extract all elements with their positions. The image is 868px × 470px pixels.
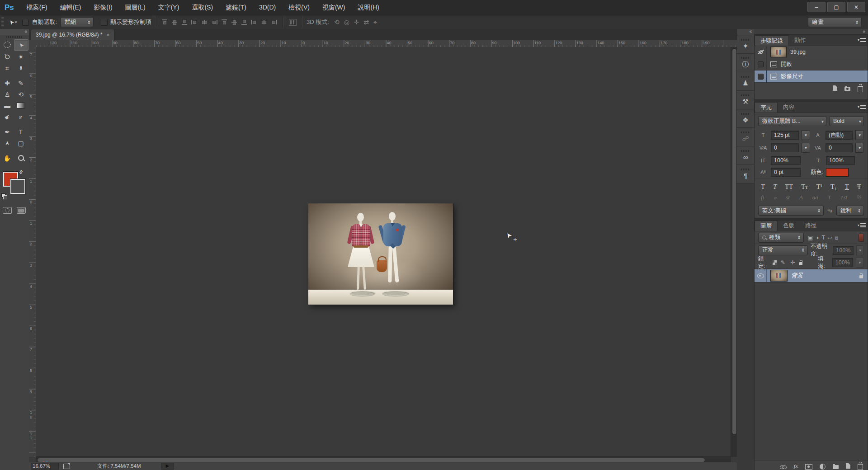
layer-visibility-eye-icon[interactable]	[757, 273, 764, 278]
collapse-panels-icon[interactable]: »	[754, 29, 868, 35]
distribute-vcenter-icon[interactable]	[231, 19, 238, 25]
opentype-button[interactable]: ℴ	[774, 194, 776, 201]
gradient-tool[interactable]	[14, 100, 28, 111]
history-state-row[interactable]: 影像尺寸	[755, 70, 868, 83]
background-color-swatch[interactable]	[10, 179, 25, 194]
lasso-tool[interactable]: Ϙ	[0, 52, 14, 62]
brush-presets-panel-icon[interactable]: ✦	[737, 35, 754, 54]
opentype-button[interactable]: A	[799, 194, 803, 201]
canvas[interactable]: ➤ ✛	[36, 47, 731, 457]
paragraph-panel-icon[interactable]: ¶	[737, 165, 754, 183]
panel-menu-icon[interactable]: ▾	[858, 105, 866, 109]
opacity-dropdown-icon[interactable]: ▾	[856, 245, 864, 255]
3d-mode-icon[interactable]: ⇄	[364, 19, 369, 26]
eyedropper-tool[interactable]: ✒	[14, 63, 28, 73]
tracking-dropdown-icon[interactable]: ▾	[855, 143, 864, 153]
auto-select-dropdown[interactable]: 群組 ⇕	[61, 17, 94, 27]
show-transform-checkbox[interactable]	[101, 19, 108, 26]
3d-mode-icon[interactable]: ⌖	[373, 19, 377, 26]
opentype-button[interactable]: aa	[812, 194, 818, 201]
swap-colors-icon[interactable]: ⇄	[18, 169, 25, 176]
history-state-row[interactable]: 開啟	[755, 58, 868, 70]
faux-style-button[interactable]: T	[773, 183, 777, 191]
filter-pixel-layers-icon[interactable]: ▣	[808, 235, 813, 241]
dodge-tool[interactable]: ⌽	[14, 112, 28, 122]
lock-position-icon[interactable]: ✛	[791, 259, 795, 266]
close-button[interactable]: ✕	[847, 2, 865, 12]
faux-style-button[interactable]: T	[761, 183, 765, 191]
crop-tool[interactable]: ⌗	[0, 63, 14, 73]
pen-tool[interactable]: ✒	[0, 127, 14, 137]
align-hcenter-icon[interactable]	[201, 19, 208, 25]
generator-panel-icon[interactable]: ☍	[737, 128, 754, 146]
kerning-field[interactable]: 0	[771, 143, 799, 152]
align-top-icon[interactable]	[161, 19, 168, 25]
clone-source-panel-icon[interactable]: ♟	[737, 72, 754, 91]
filter-type-layers-icon[interactable]: T	[822, 235, 825, 241]
menu-item[interactable]: 檢視(V)	[282, 0, 316, 15]
opentype-button[interactable]: T	[828, 194, 831, 201]
menu-item[interactable]: 視窗(W)	[316, 0, 352, 15]
brush-tool[interactable]: ✎	[14, 78, 28, 88]
align-vcenter-icon[interactable]	[171, 19, 178, 25]
vertical-scale-field[interactable]: 100%	[771, 156, 801, 165]
3d-panel-icon[interactable]: ❖	[737, 109, 754, 128]
collapse-tools-icon[interactable]: «	[0, 29, 29, 35]
align-right-icon[interactable]	[211, 19, 218, 25]
panel-tab[interactable]: 色版	[778, 221, 800, 230]
scrollbar-thumb[interactable]	[732, 48, 737, 435]
tracking-field[interactable]: 0	[826, 143, 853, 152]
history-source-checkbox[interactable]	[758, 74, 764, 80]
opentype-button[interactable]: fi	[761, 194, 764, 201]
zoom-tool[interactable]	[14, 153, 28, 163]
menu-item[interactable]: 濾鏡(T)	[219, 0, 253, 15]
align-left-icon[interactable]	[191, 19, 198, 25]
link-layers-icon[interactable]	[780, 465, 787, 469]
new-group-icon[interactable]	[833, 465, 839, 469]
status-flyout-button[interactable]: ▶	[161, 463, 175, 470]
menu-item[interactable]: 文字(Y)	[152, 0, 186, 15]
fill-field[interactable]: 100%	[832, 258, 853, 267]
faux-style-button[interactable]: T	[845, 183, 849, 191]
leading-dropdown-icon[interactable]: ▾	[855, 130, 864, 140]
lock-transparency-icon[interactable]	[773, 260, 777, 265]
menu-item[interactable]: 編輯(E)	[54, 0, 88, 15]
text-color-swatch[interactable]	[826, 168, 849, 177]
blend-mode-dropdown[interactable]: 正常 ⇕	[758, 245, 808, 255]
distribute-left-icon[interactable]	[250, 19, 258, 25]
panel-tab[interactable]: 內容	[778, 102, 800, 112]
layer-filtering-toggle[interactable]	[859, 234, 864, 242]
font-style-dropdown[interactable]: Bold ▾	[829, 116, 864, 126]
magic-wand-tool[interactable]: ✴	[14, 52, 28, 62]
hand-tool[interactable]: ✋	[0, 153, 14, 163]
lock-pixels-icon[interactable]: ✎	[781, 259, 785, 266]
zoom-level-field[interactable]: 16.67%	[31, 463, 59, 470]
filter-adjustment-layers-icon[interactable]: ◑	[816, 235, 819, 241]
history-snapshot-row[interactable]: ⟲ 39.jpg	[755, 46, 868, 58]
vertical-scrollbar[interactable]	[731, 47, 737, 457]
smudge-tool[interactable]: ☛	[0, 112, 14, 122]
history-brush-source-icon[interactable]: ⟲	[758, 49, 763, 56]
expand-panels-icon[interactable]: «	[737, 29, 754, 35]
distribute-bottom-icon[interactable]	[241, 19, 248, 25]
quick-mask-icon[interactable]	[3, 207, 12, 214]
faux-style-button[interactable]: TT	[785, 183, 793, 191]
distribute-top-icon[interactable]	[221, 19, 228, 25]
font-size-field[interactable]: 125 pt	[771, 131, 799, 140]
delete-state-icon[interactable]	[858, 86, 863, 92]
auto-align-icon[interactable]	[289, 19, 297, 26]
horizontal-ruler[interactable]: 1201101009080706050403020100102030405060…	[36, 40, 737, 47]
align-bottom-icon[interactable]	[181, 19, 188, 25]
minimize-button[interactable]: –	[807, 2, 826, 12]
creative-cloud-panel-icon[interactable]: ∞	[737, 146, 754, 165]
workspace-switcher[interactable]: 繪畫 ⇕	[808, 17, 862, 27]
vertical-ruler[interactable]: 765432101234567891011	[29, 47, 36, 457]
menu-item[interactable]: 圖層(L)	[119, 0, 152, 15]
panel-tab[interactable]: 圖層	[755, 221, 778, 231]
eraser-tool[interactable]: ▬	[0, 100, 14, 111]
history-brush-tool[interactable]: ⟲	[14, 89, 28, 99]
new-layer-icon[interactable]	[846, 463, 850, 469]
antialias-dropdown[interactable]: 銳利 ⇕	[836, 206, 864, 216]
default-colors-icon[interactable]	[1, 193, 7, 199]
faux-style-button[interactable]: Ŧ	[857, 183, 861, 191]
